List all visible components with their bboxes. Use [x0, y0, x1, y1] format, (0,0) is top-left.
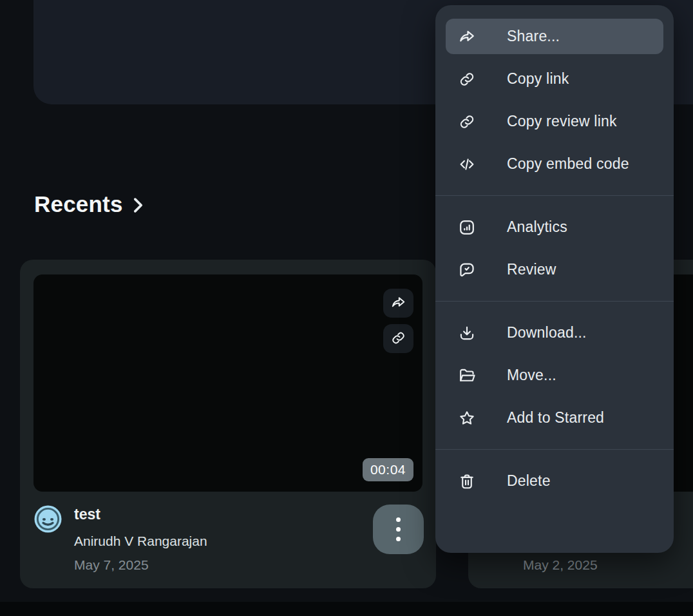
menu-item-label: Move... [507, 367, 556, 384]
chevron-right-icon[interactable] [133, 197, 143, 213]
library-page: Recents Anirudh V Rangarajan May 2, 2025… [0, 0, 693, 616]
smiley-face-avatar [34, 505, 62, 533]
menu-divider [435, 449, 674, 450]
share-button[interactable] [383, 289, 413, 318]
analytics-icon [458, 218, 476, 236]
menu-item-label: Delete [507, 472, 551, 490]
menu-item-analytics[interactable]: Analytics [446, 209, 663, 245]
code-icon [458, 155, 476, 173]
share-icon [390, 294, 406, 313]
video-meta: test Anirudh V Rangarajan May 7, 2025 [74, 506, 207, 573]
menu-item-delete[interactable]: Delete [446, 463, 663, 499]
review-icon [458, 261, 476, 279]
menu-item-download[interactable]: Download... [446, 315, 663, 351]
menu-item-label: Add to Starred [507, 409, 604, 427]
move-folder-icon [458, 367, 476, 385]
menu-item-review[interactable]: Review [446, 252, 663, 287]
video-thumbnail[interactable]: 00:04 [33, 274, 422, 492]
menu-item-label: Download... [507, 324, 587, 342]
section-title: Recents [34, 191, 123, 217]
menu-item-label: Analytics [507, 218, 567, 236]
menu-item-copy-embed-code[interactable]: Copy embed code [446, 146, 663, 182]
menu-item-share[interactable]: Share... [446, 19, 663, 54]
copy-link-button[interactable] [383, 324, 413, 353]
link-icon [390, 330, 406, 348]
video-date: May 7, 2025 [74, 557, 207, 573]
video-date: May 2, 2025 [523, 557, 656, 573]
context-menu: Share...Copy linkCopy review linkCopy em… [435, 5, 674, 553]
trash-icon [458, 472, 476, 490]
thumbnail-actions [383, 289, 413, 353]
video-card-1[interactable]: 00:04 test Anirudh V Rangarajan May 7, 2… [20, 260, 436, 588]
menu-item-move[interactable]: Move... [446, 358, 663, 393]
menu-item-label: Copy review link [507, 113, 617, 130]
menu-item-label: Copy embed code [507, 155, 629, 173]
recents-header: Recents [34, 191, 143, 217]
video-title: test [74, 506, 207, 523]
duration-badge: 00:04 [363, 458, 413, 481]
video-author: Anirudh V Rangarajan [74, 533, 207, 550]
share-icon [458, 28, 476, 46]
menu-item-copy-link[interactable]: Copy link [446, 61, 663, 97]
kebab-vertical-icon [396, 517, 401, 522]
menu-item-label: Copy link [507, 70, 569, 88]
star-icon [458, 409, 476, 427]
bottom-bar [0, 602, 693, 616]
link-icon [458, 113, 476, 131]
menu-item-copy-review-link[interactable]: Copy review link [446, 104, 663, 139]
more-options-button[interactable] [373, 505, 424, 554]
download-icon [458, 324, 476, 342]
link-icon [458, 70, 476, 88]
menu-item-label: Review [507, 261, 556, 278]
menu-divider [435, 301, 674, 302]
menu-divider [435, 195, 674, 196]
menu-item-label: Share... [507, 28, 560, 45]
menu-item-add-to-starred[interactable]: Add to Starred [446, 400, 663, 436]
